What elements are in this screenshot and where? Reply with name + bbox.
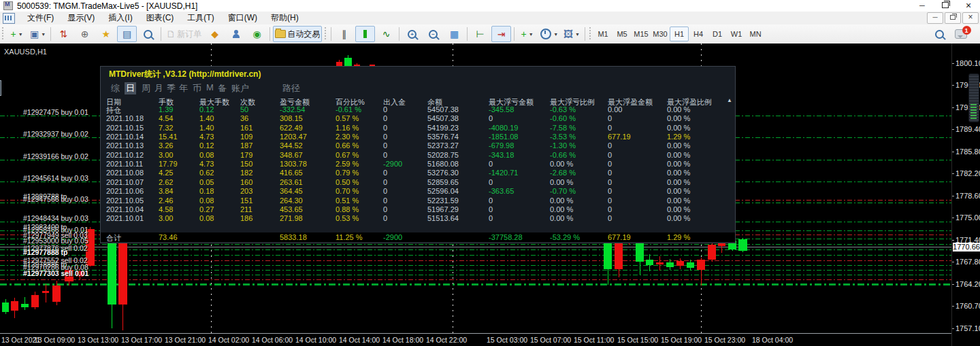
panel-tab-路径[interactable]: 路径 <box>281 82 301 94</box>
panel-scroll-up-icon[interactable]: ▲ <box>727 97 732 103</box>
position-label[interactable]: #12948434 buy 0.03 <box>23 214 88 222</box>
table-row[interactable]: 2021.10.063.840.18203364.450.70 %052596.… <box>101 187 735 196</box>
panel-tab-日[interactable]: 日 <box>125 82 136 94</box>
table-row[interactable]: 持仓1.390.1250-332.54-0.61 %054507.38-345.… <box>101 105 735 114</box>
table-row[interactable]: 2021.10.184.541.4036308.150.57 %054507.3… <box>101 114 735 123</box>
order-line[interactable] <box>0 255 951 256</box>
menu-item[interactable]: 图表(C) <box>140 11 181 25</box>
price-axis[interactable]: 1800.101796.501793.001789.401785.801782.… <box>951 44 980 346</box>
chart-minimize-button[interactable]: ─ <box>927 12 943 24</box>
candles-chart-button[interactable] <box>355 26 375 42</box>
order-line[interactable] <box>0 275 951 275</box>
menu-item[interactable]: 工具(T) <box>180 11 220 25</box>
table-row[interactable]: 2021.10.084.250.62182416.650.79 %053276.… <box>101 169 735 177</box>
window-close-button[interactable]: × <box>957 0 980 12</box>
table-row[interactable]: 2021.10.157.321.40161622.491.16 %054199.… <box>101 124 735 133</box>
position-label[interactable]: #12927475 buy 0.01 <box>23 108 88 116</box>
table-row[interactable]: 2021.10.072.620.05160263.610.50 %052859.… <box>101 178 735 187</box>
timeframe-h4-button[interactable]: H4 <box>689 27 708 41</box>
panel-tab-季[interactable]: 季 <box>165 82 177 94</box>
menu-item[interactable]: 帮助(H) <box>264 11 306 25</box>
timeframe-w1-button[interactable]: W1 <box>727 27 746 41</box>
panel-tab-币[interactable]: 币 <box>191 82 203 94</box>
table-row[interactable]: 2021.10.123.000.08179348.670.67 %052028.… <box>101 151 735 160</box>
templates-button[interactable]: 🖾▼ <box>561 26 582 42</box>
line-chart-button[interactable]: ∿ <box>376 26 396 42</box>
menu-item[interactable]: 显示(V) <box>61 11 101 25</box>
order-line[interactable] <box>0 244 951 245</box>
order-line[interactable] <box>0 270 951 271</box>
window-minimize-button[interactable]: ─ <box>911 0 934 12</box>
table-row[interactable]: 2021.10.013.000.08186271.980.53 %051513.… <box>101 214 735 223</box>
table-row[interactable]: 2021.10.1117.794.731501303.782.59 %-2900… <box>101 160 735 169</box>
menu-item[interactable]: 插入(I) <box>101 11 139 25</box>
panel-tab-M[interactable]: M <box>205 82 215 92</box>
table-cell: 2021.10.14 <box>106 133 144 141</box>
table-cell: 0.08 <box>199 196 214 205</box>
chart-restore-button[interactable] <box>945 12 961 24</box>
autotrade-button[interactable]: 自动交易 <box>273 26 322 42</box>
menu-item[interactable]: 窗口(W) <box>221 11 264 25</box>
time-axis[interactable]: 13 Oct 202113 Oct 09:0013 Oct 13:0013 Oc… <box>0 333 951 346</box>
panel-title: MTDriver统计 ,V3.12 (http://mtdriver.cn) <box>109 69 261 80</box>
table-row[interactable]: 2021.10.133.260.12187344.520.66 %052373.… <box>101 141 735 150</box>
shift-chart-button[interactable]: ⊢ <box>470 26 490 42</box>
panel-tab-账户[interactable]: 账户 <box>230 82 250 94</box>
notifications-button[interactable]: 1 <box>951 26 970 42</box>
indicators-button[interactable]: +▼ <box>517 26 537 42</box>
tile-windows-button[interactable]: ▦ <box>444 26 464 42</box>
order-line[interactable] <box>0 283 951 286</box>
position-label[interactable]: #12977888 tp <box>23 248 67 256</box>
table-cell: 182 <box>240 169 252 177</box>
panel-tab-周[interactable]: 周 <box>140 82 152 94</box>
panel-move-button[interactable]: 移 <box>0 80 1 96</box>
tp-line[interactable] <box>0 260 951 261</box>
experts-button[interactable] <box>226 26 246 42</box>
order-line[interactable] <box>0 265 951 266</box>
timeframe-m30-button[interactable]: M30 <box>651 27 670 41</box>
panel-tab-备[interactable]: 备 <box>216 82 228 94</box>
order-line[interactable] <box>0 249 951 250</box>
panel-tab-月[interactable]: 月 <box>153 82 165 94</box>
new-order-button[interactable]: 🗋新订单 <box>164 26 203 42</box>
zoom-in-button[interactable]: + <box>402 26 422 42</box>
table-row[interactable]: 2021.10.1415.414.731091203.472.30 %05357… <box>101 133 735 141</box>
timeframe-m15-button[interactable]: M15 <box>632 27 651 41</box>
scrollbar-thumb[interactable] <box>968 73 979 122</box>
timeframe-m5-button[interactable]: M5 <box>612 27 632 41</box>
zoom-out-button[interactable]: − <box>423 26 443 42</box>
symbols-updown-button[interactable]: ⇅ <box>54 26 74 42</box>
table-row[interactable]: 2021.10.044.580.27211453.650.88 %051967.… <box>101 205 735 214</box>
depth-of-market-button[interactable]: ◆ <box>205 26 225 42</box>
market-watch-button[interactable]: ▤ <box>117 26 137 42</box>
table-cell: 0.00 % <box>667 160 690 168</box>
timeframe-d1-button[interactable]: D1 <box>708 27 727 41</box>
table-cell: 4.73 <box>199 160 214 168</box>
timeframe-h1-button[interactable]: H1 <box>670 27 689 41</box>
chart-close-button[interactable]: × <box>962 12 979 24</box>
position-label[interactable]: #12977303 sell 0.01 <box>23 269 88 277</box>
window-restore-button[interactable] <box>934 0 957 12</box>
position-label[interactable]: #12945614 buy 0.03 <box>23 174 88 182</box>
position-label[interactable]: #12939166 buy 0.02 <box>23 152 88 160</box>
crosshair-button[interactable]: ⊕ <box>75 26 95 42</box>
menu-item[interactable]: 文件(F) <box>20 11 61 25</box>
table-cell: 0.00 % <box>667 114 690 122</box>
data-window-button[interactable] <box>138 26 158 42</box>
table-row[interactable]: 2021.10.052.460.08151264.300.51 %052231.… <box>101 196 735 205</box>
tp-line[interactable] <box>0 279 951 280</box>
panel-tab-综[interactable]: 综 <box>110 82 121 94</box>
favorites-button[interactable]: ★ <box>96 26 116 42</box>
autoscroll-button[interactable]: ⇥ <box>491 26 511 42</box>
periods-button[interactable]: ▼ <box>538 26 560 42</box>
signals-button[interactable]: ◉ <box>247 26 267 42</box>
position-label[interactable]: #12947566 buy 0.03 <box>23 195 88 203</box>
timeframe-mn-button[interactable]: MN <box>746 27 765 41</box>
position-label[interactable]: #12932937 buy 0.02 <box>23 130 88 138</box>
timeframe-m1-button[interactable]: M1 <box>593 27 612 41</box>
bars-chart-button[interactable]: ∥ <box>334 26 354 42</box>
search-button[interactable] <box>930 26 949 42</box>
chart-profiles-button[interactable]: ▣▼ <box>28 26 48 42</box>
new-chart-button[interactable]: +▼ <box>7 26 27 42</box>
panel-tab-年[interactable]: 年 <box>178 82 189 94</box>
